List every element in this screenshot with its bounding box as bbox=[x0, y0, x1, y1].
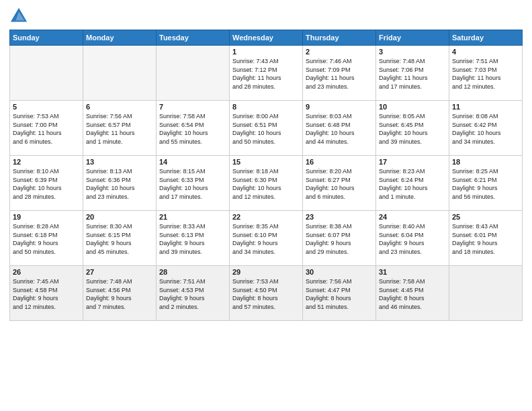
day-number: 2 bbox=[306, 48, 373, 56]
logo-icon bbox=[9, 7, 28, 26]
weekday-wednesday: Wednesday bbox=[230, 30, 303, 46]
day-number: 29 bbox=[232, 268, 300, 276]
day-number: 5 bbox=[13, 103, 80, 111]
day-number: 22 bbox=[232, 213, 300, 221]
day-info: Sunrise: 7:48 AM Sunset: 7:06 PM Dayligh… bbox=[379, 57, 446, 91]
day-info: Sunrise: 7:46 AM Sunset: 7:09 PM Dayligh… bbox=[306, 57, 373, 91]
day-info: Sunrise: 7:56 AM Sunset: 6:57 PM Dayligh… bbox=[86, 112, 153, 146]
day-info: Sunrise: 7:43 AM Sunset: 7:12 PM Dayligh… bbox=[232, 57, 300, 91]
day-number: 3 bbox=[379, 48, 446, 56]
day-info: Sunrise: 8:23 AM Sunset: 6:24 PM Dayligh… bbox=[379, 167, 446, 201]
calendar-cell: 14Sunrise: 8:15 AM Sunset: 6:33 PM Dayli… bbox=[157, 156, 230, 211]
day-number: 7 bbox=[159, 103, 226, 111]
day-info: Sunrise: 8:28 AM Sunset: 6:18 PM Dayligh… bbox=[13, 222, 80, 256]
day-info: Sunrise: 8:08 AM Sunset: 6:42 PM Dayligh… bbox=[452, 112, 519, 146]
weekday-header-row: SundayMondayTuesdayWednesdayThursdayFrid… bbox=[10, 30, 523, 46]
day-info: Sunrise: 7:58 AM Sunset: 4:45 PM Dayligh… bbox=[379, 277, 446, 311]
calendar-cell: 30Sunrise: 7:56 AM Sunset: 4:47 PM Dayli… bbox=[303, 266, 376, 321]
day-number: 13 bbox=[86, 158, 153, 166]
calendar-cell: 31Sunrise: 7:58 AM Sunset: 4:45 PM Dayli… bbox=[376, 266, 449, 321]
calendar-cell: 13Sunrise: 8:13 AM Sunset: 6:36 PM Dayli… bbox=[83, 156, 157, 211]
day-number: 9 bbox=[306, 103, 373, 111]
day-info: Sunrise: 8:35 AM Sunset: 6:10 PM Dayligh… bbox=[232, 222, 300, 256]
day-info: Sunrise: 8:03 AM Sunset: 6:48 PM Dayligh… bbox=[306, 112, 373, 146]
day-info: Sunrise: 8:18 AM Sunset: 6:30 PM Dayligh… bbox=[232, 167, 300, 201]
calendar-cell: 24Sunrise: 8:40 AM Sunset: 6:04 PM Dayli… bbox=[376, 211, 449, 266]
week-row-4: 26Sunrise: 7:45 AM Sunset: 4:58 PM Dayli… bbox=[10, 266, 523, 321]
calendar-cell: 17Sunrise: 8:23 AM Sunset: 6:24 PM Dayli… bbox=[376, 156, 449, 211]
weekday-thursday: Thursday bbox=[303, 30, 376, 46]
logo bbox=[9, 7, 31, 26]
calendar-cell: 29Sunrise: 7:53 AM Sunset: 4:50 PM Dayli… bbox=[230, 266, 303, 321]
page: SundayMondayTuesdayWednesdayThursdayFrid… bbox=[0, 0, 532, 411]
day-info: Sunrise: 7:53 AM Sunset: 7:00 PM Dayligh… bbox=[13, 112, 80, 146]
day-number: 23 bbox=[306, 213, 373, 221]
day-number: 26 bbox=[13, 268, 80, 276]
day-number: 16 bbox=[306, 158, 373, 166]
day-info: Sunrise: 8:30 AM Sunset: 6:15 PM Dayligh… bbox=[86, 222, 153, 256]
day-info: Sunrise: 7:45 AM Sunset: 4:58 PM Dayligh… bbox=[13, 277, 80, 311]
calendar-cell: 8Sunrise: 8:00 AM Sunset: 6:51 PM Daylig… bbox=[230, 101, 303, 156]
calendar-cell: 15Sunrise: 8:18 AM Sunset: 6:30 PM Dayli… bbox=[230, 156, 303, 211]
calendar-cell: 6Sunrise: 7:56 AM Sunset: 6:57 PM Daylig… bbox=[83, 101, 157, 156]
day-number: 19 bbox=[13, 213, 80, 221]
day-number: 21 bbox=[159, 213, 226, 221]
calendar-cell: 28Sunrise: 7:51 AM Sunset: 4:53 PM Dayli… bbox=[157, 266, 230, 321]
calendar-cell: 25Sunrise: 8:43 AM Sunset: 6:01 PM Dayli… bbox=[449, 211, 523, 266]
day-number: 15 bbox=[232, 158, 300, 166]
calendar-cell: 19Sunrise: 8:28 AM Sunset: 6:18 PM Dayli… bbox=[10, 211, 83, 266]
calendar-cell: 12Sunrise: 8:10 AM Sunset: 6:39 PM Dayli… bbox=[10, 156, 83, 211]
calendar-cell: 27Sunrise: 7:48 AM Sunset: 4:56 PM Dayli… bbox=[83, 266, 157, 321]
day-number: 1 bbox=[232, 48, 300, 56]
day-number: 11 bbox=[452, 103, 519, 111]
calendar-cell: 3Sunrise: 7:48 AM Sunset: 7:06 PM Daylig… bbox=[376, 46, 449, 101]
day-info: Sunrise: 8:20 AM Sunset: 6:27 PM Dayligh… bbox=[306, 167, 373, 201]
calendar-cell bbox=[83, 46, 157, 101]
day-info: Sunrise: 8:15 AM Sunset: 6:33 PM Dayligh… bbox=[159, 167, 226, 201]
day-number: 25 bbox=[452, 213, 519, 221]
calendar-cell bbox=[449, 266, 523, 321]
calendar-cell: 23Sunrise: 8:38 AM Sunset: 6:07 PM Dayli… bbox=[303, 211, 376, 266]
calendar-cell: 21Sunrise: 8:33 AM Sunset: 6:13 PM Dayli… bbox=[157, 211, 230, 266]
day-number: 14 bbox=[159, 158, 226, 166]
calendar-cell: 22Sunrise: 8:35 AM Sunset: 6:10 PM Dayli… bbox=[230, 211, 303, 266]
day-info: Sunrise: 7:48 AM Sunset: 4:56 PM Dayligh… bbox=[86, 277, 153, 311]
calendar-cell bbox=[157, 46, 230, 101]
calendar-cell: 11Sunrise: 8:08 AM Sunset: 6:42 PM Dayli… bbox=[449, 101, 523, 156]
week-row-3: 19Sunrise: 8:28 AM Sunset: 6:18 PM Dayli… bbox=[10, 211, 523, 266]
week-row-2: 12Sunrise: 8:10 AM Sunset: 6:39 PM Dayli… bbox=[10, 156, 523, 211]
day-info: Sunrise: 8:05 AM Sunset: 6:45 PM Dayligh… bbox=[379, 112, 446, 146]
week-row-1: 5Sunrise: 7:53 AM Sunset: 7:00 PM Daylig… bbox=[10, 101, 523, 156]
day-info: Sunrise: 7:56 AM Sunset: 4:47 PM Dayligh… bbox=[306, 277, 373, 311]
day-info: Sunrise: 8:43 AM Sunset: 6:01 PM Dayligh… bbox=[452, 222, 519, 256]
day-number: 27 bbox=[86, 268, 153, 276]
weekday-tuesday: Tuesday bbox=[157, 30, 230, 46]
day-info: Sunrise: 7:58 AM Sunset: 6:54 PM Dayligh… bbox=[159, 112, 226, 146]
day-number: 4 bbox=[452, 48, 519, 56]
calendar-table: SundayMondayTuesdayWednesdayThursdayFrid… bbox=[9, 30, 523, 321]
weekday-monday: Monday bbox=[83, 30, 157, 46]
day-number: 6 bbox=[86, 103, 153, 111]
week-row-0: 1Sunrise: 7:43 AM Sunset: 7:12 PM Daylig… bbox=[10, 46, 523, 101]
calendar-cell: 18Sunrise: 8:25 AM Sunset: 6:21 PM Dayli… bbox=[449, 156, 523, 211]
day-number: 28 bbox=[159, 268, 226, 276]
day-info: Sunrise: 8:13 AM Sunset: 6:36 PM Dayligh… bbox=[86, 167, 153, 201]
calendar-cell: 26Sunrise: 7:45 AM Sunset: 4:58 PM Dayli… bbox=[10, 266, 83, 321]
day-info: Sunrise: 8:38 AM Sunset: 6:07 PM Dayligh… bbox=[306, 222, 373, 256]
weekday-sunday: Sunday bbox=[10, 30, 83, 46]
day-number: 10 bbox=[379, 103, 446, 111]
calendar-cell: 9Sunrise: 8:03 AM Sunset: 6:48 PM Daylig… bbox=[303, 101, 376, 156]
day-number: 18 bbox=[452, 158, 519, 166]
day-number: 31 bbox=[379, 268, 446, 276]
day-number: 12 bbox=[13, 158, 80, 166]
day-info: Sunrise: 7:53 AM Sunset: 4:50 PM Dayligh… bbox=[232, 277, 300, 311]
day-info: Sunrise: 8:40 AM Sunset: 6:04 PM Dayligh… bbox=[379, 222, 446, 256]
header bbox=[9, 7, 523, 26]
weekday-saturday: Saturday bbox=[449, 30, 523, 46]
calendar-cell: 4Sunrise: 7:51 AM Sunset: 7:03 PM Daylig… bbox=[449, 46, 523, 101]
day-info: Sunrise: 8:00 AM Sunset: 6:51 PM Dayligh… bbox=[232, 112, 300, 146]
day-info: Sunrise: 8:25 AM Sunset: 6:21 PM Dayligh… bbox=[452, 167, 519, 201]
day-info: Sunrise: 7:51 AM Sunset: 4:53 PM Dayligh… bbox=[159, 277, 226, 311]
calendar-cell: 10Sunrise: 8:05 AM Sunset: 6:45 PM Dayli… bbox=[376, 101, 449, 156]
day-info: Sunrise: 7:51 AM Sunset: 7:03 PM Dayligh… bbox=[452, 57, 519, 91]
